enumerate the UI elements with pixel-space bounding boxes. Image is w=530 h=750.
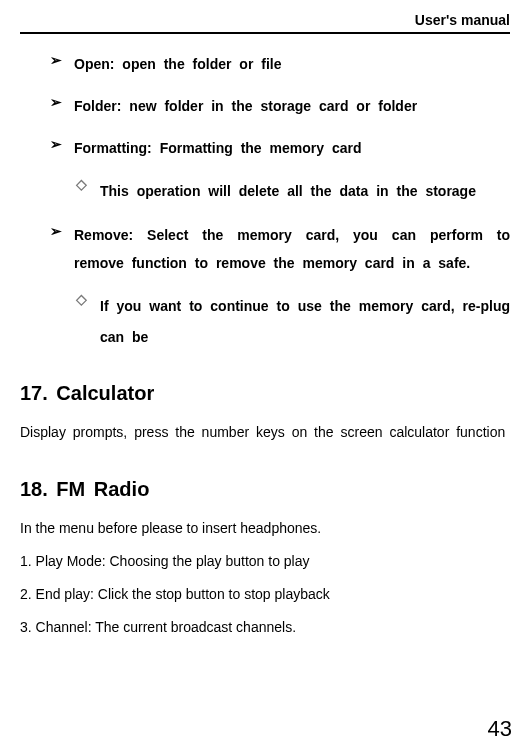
bullet-remove-text: Remove: Select the memory card, you can … — [74, 221, 510, 277]
bullet-open-text: Open: open the folder or file — [74, 50, 510, 78]
bullet-folder-text: Folder: new folder in the storage card o… — [74, 92, 510, 120]
fmradio-item3: 3. Channel: The current broadcast channe… — [20, 612, 510, 643]
sub-formatting-text: This operation will delete all the data … — [100, 176, 510, 207]
diamond-icon: ◇ — [76, 291, 100, 307]
sub-formatting: ◇ This operation will delete all the dat… — [76, 176, 510, 207]
diamond-icon: ◇ — [76, 176, 100, 192]
fmradio-item2: 2. End play: Click the stop button to st… — [20, 579, 510, 610]
arrow-icon: ➢ — [50, 134, 74, 155]
page-header: User's manual — [20, 12, 510, 34]
arrow-icon: ➢ — [50, 221, 74, 242]
arrow-icon: ➢ — [50, 50, 74, 71]
heading-calculator: 17. Calculator — [20, 382, 510, 405]
fmradio-item1: 1. Play Mode: Choosing the play button t… — [20, 546, 510, 577]
sub-remove: ◇ If you want to continue to use the mem… — [76, 291, 510, 353]
page-number: 43 — [488, 716, 512, 742]
bullet-formatting-text: Formatting: Formatting the memory card — [74, 134, 510, 162]
bullet-open: ➢ Open: open the folder or file — [50, 50, 510, 78]
bullet-remove: ➢ Remove: Select the memory card, you ca… — [50, 221, 510, 277]
sub-remove-text: If you want to continue to use the memor… — [100, 291, 510, 353]
heading-fmradio: 18. FM Radio — [20, 478, 510, 501]
arrow-icon: ➢ — [50, 92, 74, 113]
fmradio-intro: In the menu before please to insert head… — [20, 513, 510, 544]
main-bullet-list: ➢ Open: open the folder or file ➢ Folder… — [20, 50, 510, 352]
bullet-folder: ➢ Folder: new folder in the storage card… — [50, 92, 510, 120]
bullet-formatting: ➢ Formatting: Formatting the memory card — [50, 134, 510, 162]
calculator-body: Display prompts, press the number keys o… — [20, 417, 510, 448]
header-title: User's manual — [415, 12, 510, 28]
